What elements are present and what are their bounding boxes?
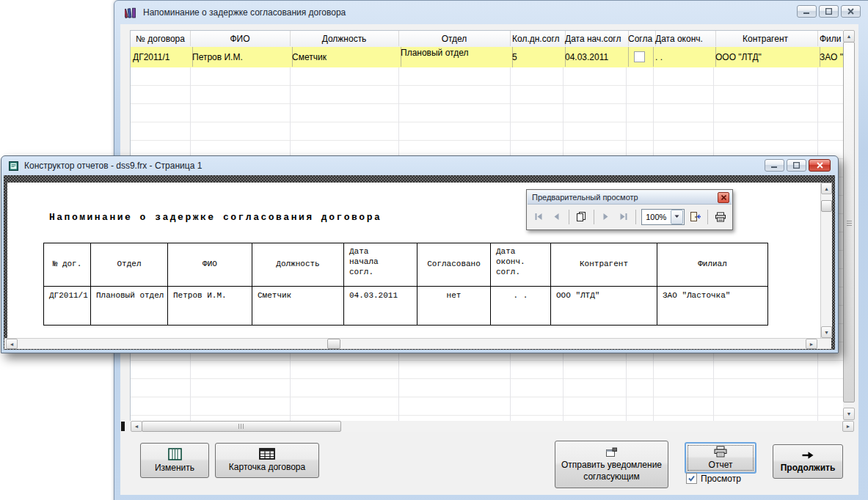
continue-button[interactable]: Продолжить: [773, 444, 843, 479]
edit-button-label: Изменить: [155, 463, 194, 474]
report-col-department: Отдел: [91, 243, 168, 286]
print-button[interactable]: [713, 209, 727, 225]
report-col-date-start: Дата начала согл.: [344, 243, 417, 286]
scroll-down-button[interactable]: ▼: [843, 408, 855, 420]
continue-arrow-icon: [801, 450, 814, 460]
report-titlebar[interactable]: Конструктор отчетов - dss9.frx - Страниц…: [1, 156, 838, 175]
report-hscroll-thumb[interactable]: [327, 339, 340, 349]
report-table-row: ДГ2011/1 Плановый отдел Петров И.М. Смет…: [44, 287, 767, 325]
reminder-titlebar[interactable]: Напоминание о задержке согласования дого…: [114, 1, 868, 24]
report-horizontal-scrollbar[interactable]: ◄ ►: [4, 338, 831, 349]
contract-card-button-label: Карточка договора: [229, 462, 305, 473]
contract-row-selected[interactable]: ДГ2011/1 Петров И.М. Сметчик Плановый от…: [131, 47, 844, 68]
column-header-date-end[interactable]: Дата оконч.: [653, 31, 716, 46]
report-button-label: Отчет: [709, 460, 733, 471]
column-header-branch[interactable]: Фили: [817, 31, 844, 46]
window-controls: [797, 5, 861, 18]
report-col-branch: Филиал: [657, 243, 767, 286]
report-button[interactable]: Отчет: [685, 442, 756, 474]
next-page-button[interactable]: [599, 209, 613, 225]
preview-checkbox-label: Просмотр: [701, 474, 741, 484]
thumb-grip: [238, 424, 245, 429]
report-table: № дог. Отдел ФИО Должность Дата начала с…: [43, 243, 768, 326]
toolbar-separator: [594, 210, 594, 224]
zoom-dropdown-button[interactable]: [671, 210, 683, 224]
edit-grid-icon: [168, 448, 182, 460]
cell-days: 5: [510, 47, 566, 67]
report-cell-agreed: нет: [417, 287, 491, 325]
zoom-combobox[interactable]: 100%: [641, 209, 685, 225]
report-col-contract: № дог.: [44, 243, 91, 286]
reminder-window-title: Напоминание о задержке согласования дого…: [143, 7, 346, 18]
splitter-mark[interactable]: [121, 422, 125, 431]
send-button-label-line1: Отправить уведомление: [561, 460, 662, 471]
grid-horizontal-scrollbar[interactable]: ◄ ►: [131, 421, 854, 432]
exit-preview-button[interactable]: [688, 209, 702, 225]
printer-icon: [715, 212, 726, 222]
scroll-up-button[interactable]: ▲: [843, 30, 855, 43]
report-cell-department: Плановый отдел: [91, 287, 168, 325]
report-scroll-left-button[interactable]: ◄: [6, 339, 18, 349]
report-scroll-down-button[interactable]: ▼: [821, 326, 832, 338]
report-cell-branch: ЗАО "Ласточка": [657, 287, 767, 325]
report-close-button[interactable]: [809, 159, 831, 172]
report-scroll-right-button[interactable]: ►: [806, 339, 817, 349]
report-minimize-button[interactable]: [765, 159, 784, 172]
horizontal-scroll-thumb[interactable]: [142, 421, 341, 432]
last-page-button[interactable]: [616, 209, 630, 225]
screen: Напоминание о задержке согласования дого…: [0, 0, 868, 500]
notification-icon: [605, 447, 618, 457]
report-scroll-up-button[interactable]: ▲: [821, 183, 832, 194]
cell-position: Сметчик: [290, 47, 401, 67]
contract-card-button[interactable]: Карточка договора: [215, 443, 319, 478]
edit-button[interactable]: Изменить: [140, 443, 209, 478]
scroll-left-button[interactable]: ◄: [131, 421, 142, 432]
report-cell-date-start: 04.03.2011: [344, 287, 417, 325]
report-cell-position: Сметчик: [252, 287, 344, 325]
grid-header: № договора ФИО Должность Отдел Кол.дн.со…: [131, 31, 844, 48]
column-header-date-start[interactable]: Дата нач.согл: [563, 31, 629, 46]
preview-toolbar-titlebar[interactable]: Предварительный просмотр: [528, 191, 732, 205]
report-cell-fio: Петров И.М.: [168, 287, 252, 325]
close-button[interactable]: [841, 5, 861, 18]
cell-date-start: 04.03.2011: [563, 47, 629, 67]
first-page-button[interactable]: [532, 209, 546, 225]
table-card-icon: [259, 448, 275, 460]
cell-branch: ЗАО ": [817, 47, 844, 67]
printer-icon: [713, 446, 728, 457]
cell-date-end: . .: [653, 47, 716, 67]
cell-contract-no: ДГ2011/1: [131, 47, 193, 67]
preview-option: Просмотр: [686, 473, 741, 484]
report-col-contractor: Контрагент: [551, 243, 657, 286]
minimize-button[interactable]: [797, 5, 817, 18]
cell-contractor: ООО "ЛТД": [713, 47, 820, 67]
toolbar-separator: [569, 210, 569, 224]
pages-button[interactable]: [575, 209, 588, 225]
report-vscroll-thumb[interactable]: [821, 200, 832, 212]
zoom-value: 100%: [642, 213, 670, 221]
thumb-grip: [847, 219, 852, 226]
maximize-button[interactable]: [819, 5, 839, 18]
preview-checkbox[interactable]: [686, 473, 697, 484]
vertical-scroll-thumb[interactable]: [843, 42, 855, 402]
column-header-position[interactable]: Должность: [290, 31, 399, 46]
report-cell-contract: ДГ2011/1: [44, 287, 91, 325]
scroll-right-button[interactable]: ►: [842, 421, 854, 432]
toolbar-separator: [635, 210, 636, 224]
column-header-department[interactable]: Отдел: [398, 31, 511, 46]
column-header-contract-no[interactable]: № договора: [131, 31, 191, 46]
preview-toolbar-close-button[interactable]: [718, 192, 729, 203]
column-header-contractor[interactable]: Контрагент: [713, 31, 818, 46]
report-document-icon: [8, 161, 19, 172]
column-header-fio[interactable]: ФИО: [190, 31, 291, 46]
report-vertical-scrollbar[interactable]: ▲ ▼: [820, 183, 832, 338]
report-window-title: Конструктор отчетов - dss9.frx - Страниц…: [24, 161, 202, 171]
column-header-days[interactable]: Кол.дн.согл: [510, 31, 566, 46]
previous-page-button[interactable]: [550, 209, 564, 225]
agreed-checkbox[interactable]: [634, 51, 645, 62]
column-header-agreed[interactable]: Согла: [626, 31, 656, 46]
grid-vertical-scrollbar[interactable]: ▲ ▼: [843, 30, 855, 420]
checkmark-icon: [688, 474, 696, 482]
report-maximize-button[interactable]: [787, 159, 806, 172]
send-notification-button[interactable]: Отправить уведомление согласующим: [555, 441, 668, 488]
